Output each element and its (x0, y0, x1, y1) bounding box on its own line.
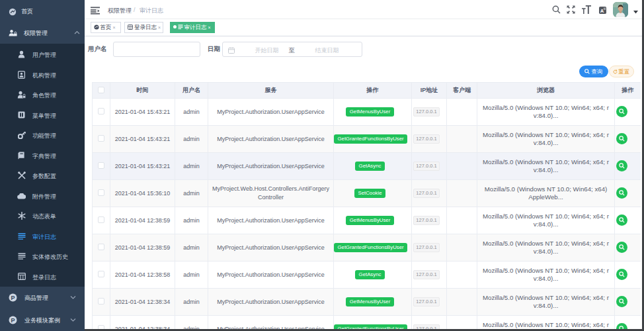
svg-text:P: P (11, 317, 15, 324)
svg-text:P: P (11, 295, 15, 301)
